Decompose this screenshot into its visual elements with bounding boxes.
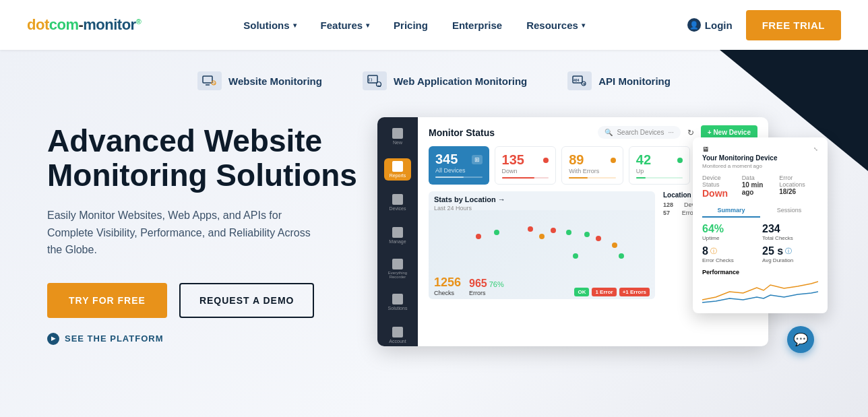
sidebar-solutions[interactable]: Solutions [384,291,411,313]
logo-com: com [49,16,79,33]
free-trial-button[interactable]: FREE TRIAL [746,10,841,40]
login-link[interactable]: 👤 Login [687,18,733,32]
oc-total-label: Total Checks [762,235,818,241]
errors-metric: 965 76% Errors [469,278,504,296]
hero-text: Advanced Website Monitoring Solutions Ea… [47,110,377,345]
all-devices-num: 345 [435,152,458,167]
errors-pct: 76% [489,280,504,288]
oc-status-label: Device Status [702,174,738,188]
sidebar-solutions-label: Solutions [388,306,408,311]
sidebar-reports-icon [392,161,403,172]
hero-title: Advanced Website Monitoring Solutions [47,124,377,192]
navbar: dotcom-monitor® Solutions ▾ Features ▾ P… [0,0,868,50]
refresh-icon[interactable]: ↻ [687,128,694,137]
logo-monitor: monitor [83,16,135,33]
stat-errors: 89 With Errors [561,146,623,185]
stat-up: 42 Up [629,146,691,185]
badge-plus-errors: +1 Errors [619,288,650,296]
features-chevron-icon: ▾ [366,22,369,29]
map-dot-4 [539,234,545,239]
try-for-free-button[interactable]: TRY FOR FREE [47,283,167,318]
down-indicator [543,158,549,163]
oc-tabs: Summary Sessions [702,204,818,218]
oc-total-num: 234 [762,223,818,235]
oc-avg-label: Avg Duration [762,257,818,263]
nav-resources-label: Resources [526,20,578,31]
oc-data-val: 10 min ago [742,181,776,196]
dash-search[interactable]: 🔍 Search Devices ··· [598,126,680,139]
oc-title: Your Monitoring Device [702,154,818,162]
errors-label: Errors [469,290,504,296]
map-title: Stats by Location → [429,191,655,205]
oc-error-label: Error Locations [779,174,818,188]
up-label: Up [636,168,683,174]
map-dot-6 [566,230,571,235]
user-icon: 👤 [687,18,701,32]
map-dot-3 [528,226,533,232]
loc-title: Location [663,191,691,199]
tab1-label: Website Monitoring [228,75,322,87]
hero-buttons: TRY FOR FREE REQUEST A DEMO [47,283,377,318]
tab-website-monitoring[interactable]: ↻ Website Monitoring [197,71,322,90]
oc-error-val: 18/26 [779,188,818,195]
search-icon: 🔍 [604,129,613,136]
oc-data-label: Data [742,174,776,181]
sidebar-devices-icon [392,194,403,205]
play-icon: ▶ [47,333,59,345]
sidebar-reports[interactable]: Reports [384,158,411,181]
tab-web-app-monitoring[interactable]: { } Web Application Monitoring [363,71,527,90]
sidebar-account[interactable]: Account [384,324,411,346]
map-area: Stats by Location → Last 24 Hours [429,191,655,299]
sidebar-new[interactable]: New [384,125,411,148]
dash-title: Monitor Status [429,127,495,138]
oc-tab-sessions[interactable]: Sessions [760,204,818,218]
svg-text:{ }: { } [369,77,372,82]
see-platform-link[interactable]: ▶ SEE THE PLATFORM [47,333,377,345]
sidebar-devices[interactable]: Devices [384,191,411,214]
hero-body: Advanced Website Monitoring Solutions Ea… [0,104,868,360]
oc-uptime-num: 64% [702,223,758,235]
oc-status: Device Status Down Data 10 min ago Error… [702,174,818,199]
sidebar-solutions-icon [392,294,403,304]
sidebar-recorder[interactable]: Everything Recorder [384,258,411,280]
sidebar-recorder-label: Everything Recorder [384,271,411,279]
tab-api-monitoring[interactable]: 404 ⚙ API Monitoring [567,71,671,90]
svg-rect-0 [203,76,212,83]
oc-avg-circle-icon: ⓘ [785,247,792,256]
errors-indicator [611,158,616,163]
api-monitoring-icon: 404 ⚙ [567,71,592,90]
search-placeholder: Search Devices [617,129,664,136]
map-dot-10 [619,253,624,259]
badge-ok: OK [574,288,589,296]
errors-num: 89 [569,152,584,168]
login-label: Login [705,20,733,31]
nav-enterprise[interactable]: Enterprise [452,20,502,31]
oc-error-num: 8 [702,245,708,257]
logo[interactable]: dotcom-monitor® [27,16,141,34]
nav-resources[interactable]: Resources ▾ [526,20,585,31]
nav-features[interactable]: Features ▾ [321,20,370,31]
map-dot-11 [573,253,578,259]
oc-avg-num: 25 s [762,245,783,257]
sidebar-account-icon [392,327,403,338]
oc-corner-icon: ⤡ [813,146,818,152]
sidebar-new-icon [392,128,403,139]
oc-error-circle-icon: ⓘ [710,247,717,256]
request-demo-button[interactable]: REQUEST A DEMO [179,283,315,318]
sidebar-manage[interactable]: Manage [384,224,411,247]
oc-tab-summary[interactable]: Summary [702,204,760,218]
oc-device-status: Device Status Down [702,174,738,199]
stat-all-devices: 345 ⊞ All Devices [429,146,489,185]
checks-label: Checks [434,290,461,296]
dots-icon: ··· [668,129,673,136]
map-dot-1 [476,234,481,239]
map-dot-5 [551,228,556,233]
nav-enterprise-label: Enterprise [452,20,502,31]
badge-1error: 1 Error [592,288,616,296]
nav-pricing[interactable]: Pricing [394,20,428,31]
hero-subtitle: Easily Monitor Websites, Web Apps, and A… [47,207,317,259]
sidebar-devices-label: Devices [390,206,406,211]
nav-solutions[interactable]: Solutions ▾ [243,20,296,31]
chat-bubble[interactable]: 💬 [787,326,814,353]
nav-solutions-label: Solutions [243,20,289,31]
